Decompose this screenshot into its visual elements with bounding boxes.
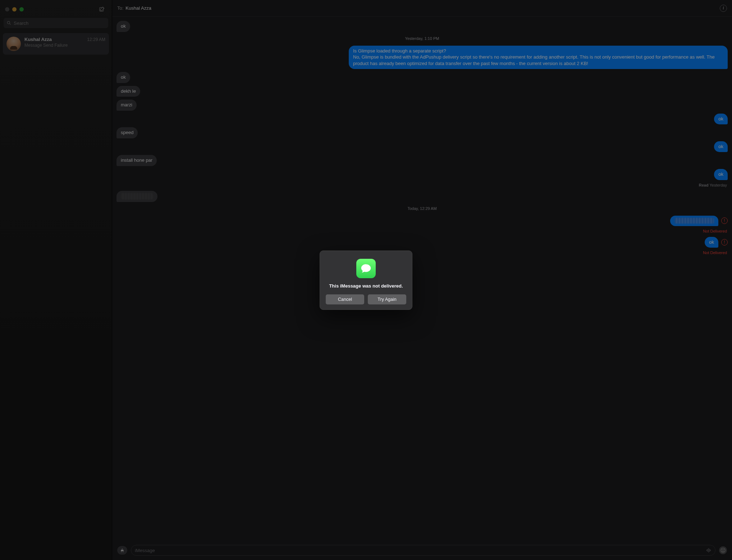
compose-new-message-button[interactable] bbox=[97, 5, 107, 14]
titlebar bbox=[0, 0, 112, 18]
message-input[interactable] bbox=[135, 548, 706, 553]
search-field[interactable] bbox=[4, 18, 108, 28]
chat-panel: To: Kushal Azza i ok Yesterday, 1:10 PM … bbox=[112, 0, 732, 560]
incoming-message[interactable]: ok bbox=[116, 21, 130, 32]
details-button[interactable]: i bbox=[720, 5, 727, 12]
outgoing-message-redacted[interactable] bbox=[670, 216, 718, 226]
fullscreen-window-button[interactable] bbox=[19, 7, 24, 12]
to-label: To: bbox=[117, 5, 123, 11]
outgoing-message[interactable]: ok bbox=[705, 237, 718, 248]
compose-icon bbox=[99, 6, 105, 13]
messages-app-icon bbox=[356, 259, 376, 278]
to-name: Kushal Azza bbox=[125, 5, 151, 11]
sidebar: Kushal Azza 12:29 AM Message Send Failur… bbox=[0, 0, 112, 560]
conversation-item[interactable]: Kushal Azza 12:29 AM Message Send Failur… bbox=[3, 33, 109, 55]
incoming-message[interactable]: install hone par bbox=[116, 155, 157, 166]
close-window-button[interactable] bbox=[5, 7, 9, 12]
delivery-failed-dialog: This iMessage was not delivered. Cancel … bbox=[320, 251, 412, 310]
not-delivered-label: Not Delivered bbox=[116, 251, 728, 255]
delivery-error-icon[interactable]: ! bbox=[721, 217, 728, 224]
outgoing-message[interactable]: ok bbox=[714, 141, 728, 152]
svg-rect-6 bbox=[710, 550, 711, 551]
window-controls bbox=[5, 7, 24, 12]
incoming-message[interactable]: marzi bbox=[116, 100, 137, 111]
dialog-title: This iMessage was not delivered. bbox=[326, 283, 406, 289]
search-icon bbox=[6, 20, 12, 26]
emoji-picker-button[interactable] bbox=[719, 546, 727, 554]
info-icon: i bbox=[723, 5, 724, 11]
minimize-window-button[interactable] bbox=[12, 7, 17, 12]
incoming-message-redacted[interactable] bbox=[116, 191, 157, 202]
message-input-wrap[interactable] bbox=[131, 545, 715, 556]
chat-header: To: Kushal Azza i bbox=[112, 0, 732, 17]
avatar bbox=[6, 37, 21, 51]
svg-rect-3 bbox=[708, 549, 708, 552]
compose-bar bbox=[112, 542, 732, 560]
timestamp-divider: Yesterday, 1:10 PM bbox=[116, 36, 728, 41]
outgoing-message[interactable]: ok bbox=[714, 114, 728, 125]
conversation-list: Kushal Azza 12:29 AM Message Send Failur… bbox=[0, 31, 112, 57]
outgoing-message[interactable]: Is Glimpse loaded through a separate scr… bbox=[349, 46, 728, 69]
smiley-icon bbox=[720, 547, 726, 553]
svg-point-9 bbox=[723, 550, 724, 550]
conversation-time: 12:29 AM bbox=[87, 37, 105, 42]
incoming-message[interactable]: speed bbox=[116, 127, 138, 138]
not-delivered-label: Not Delivered bbox=[116, 229, 728, 233]
audio-record-button[interactable] bbox=[706, 547, 712, 553]
conversation-name: Kushal Azza bbox=[24, 37, 52, 42]
svg-rect-4 bbox=[708, 548, 709, 552]
app-store-button[interactable] bbox=[117, 546, 127, 555]
incoming-message[interactable]: dekh le bbox=[116, 86, 140, 97]
app-window: Kushal Azza 12:29 AM Message Send Failur… bbox=[0, 0, 732, 560]
try-again-button[interactable]: Try Again bbox=[368, 294, 406, 304]
svg-point-7 bbox=[721, 548, 725, 552]
appstore-icon bbox=[120, 548, 125, 553]
search-wrap bbox=[0, 18, 112, 31]
search-input[interactable] bbox=[14, 20, 105, 26]
svg-rect-2 bbox=[706, 550, 707, 551]
svg-point-1 bbox=[7, 21, 10, 24]
svg-point-8 bbox=[722, 550, 722, 550]
timestamp-divider: Today, 12:29 AM bbox=[116, 206, 728, 211]
chat-body[interactable]: ok Yesterday, 1:10 PM Is Glimpse loaded … bbox=[112, 17, 732, 542]
delivery-error-icon[interactable]: ! bbox=[721, 239, 728, 245]
svg-rect-5 bbox=[709, 549, 710, 552]
outgoing-message[interactable]: ok bbox=[714, 169, 728, 180]
waveform-icon bbox=[706, 547, 712, 553]
conversation-preview: Message Send Failure bbox=[24, 43, 105, 48]
read-receipt: Read Yesterday bbox=[116, 183, 728, 187]
incoming-message[interactable]: ok bbox=[116, 72, 130, 83]
conversation-main: Kushal Azza 12:29 AM Message Send Failur… bbox=[24, 37, 105, 51]
cancel-button[interactable]: Cancel bbox=[326, 294, 364, 304]
